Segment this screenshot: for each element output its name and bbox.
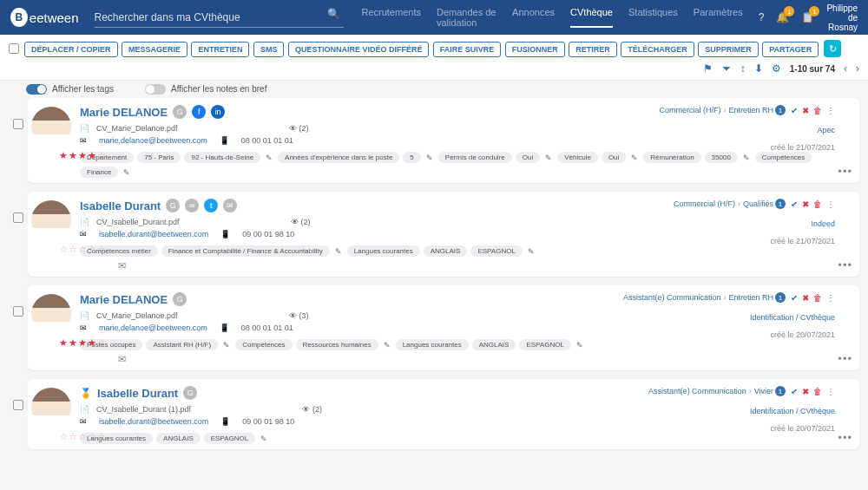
rating-stars[interactable]: ★★★★☆ <box>59 337 107 349</box>
edit-tags-icon[interactable]: ✎ <box>543 154 554 162</box>
row-checkbox[interactable] <box>13 400 23 410</box>
edit-tags-icon[interactable]: ✎ <box>741 154 752 162</box>
social-li-icon[interactable]: in <box>211 105 225 119</box>
envelope-icon[interactable]: ✉ <box>118 354 851 365</box>
source[interactable]: Apec <box>659 126 835 134</box>
social-g-icon[interactable]: G <box>173 105 187 119</box>
toggle-notes[interactable] <box>145 84 166 95</box>
nav-statistiques[interactable]: Statistiques <box>628 7 678 28</box>
action-sms[interactable]: SMS <box>253 42 285 57</box>
pipeline-link[interactable]: Commercial (H/F) <box>659 106 720 114</box>
delete-icon[interactable]: 🗑 <box>813 387 822 396</box>
social-g-icon[interactable]: G <box>183 386 197 400</box>
bookmark-icon[interactable]: ⚑ <box>703 62 713 75</box>
nav-recrutements[interactable]: Recrutements <box>361 7 420 28</box>
toggle-tags[interactable] <box>26 84 47 95</box>
card-menu[interactable]: ••• <box>838 352 852 365</box>
row-checkbox[interactable] <box>13 306 23 317</box>
download-icon[interactable]: ⬇ <box>754 62 763 75</box>
candidate-name[interactable]: Isabelle Durant <box>97 387 178 400</box>
edit-tags-icon[interactable]: ✎ <box>259 434 269 443</box>
reject-icon[interactable]: ✖ <box>802 106 809 115</box>
action-partager[interactable]: PARTAGER <box>762 42 819 57</box>
more-icon[interactable]: ⋮ <box>826 387 835 396</box>
pipeline-link[interactable]: Assistant(e) Communication <box>648 387 746 395</box>
source[interactable]: Identification / CVthèque <box>623 313 835 322</box>
nav-cvthèque[interactable]: CVthèque <box>570 7 613 28</box>
help-icon[interactable]: ? <box>759 11 765 23</box>
action-d-placer-copier[interactable]: DÉPLACER / COPIER <box>24 42 118 57</box>
cv-filename[interactable]: CV_Isabelle_Durant.pdf <box>96 218 180 226</box>
approve-icon[interactable]: ✔ <box>791 199 798 209</box>
row-checkbox[interactable] <box>13 119 23 129</box>
social-g2-icon[interactable]: ∞ <box>185 199 199 212</box>
select-all-checkbox[interactable] <box>9 43 19 54</box>
action-t-l-charger[interactable]: TÉLÉCHARGER <box>621 42 694 57</box>
candidate-name[interactable]: Marie DELANOE <box>80 293 168 306</box>
action-fusionner[interactable]: FUSIONNER <box>505 42 565 57</box>
task-icon[interactable]: 📋1 <box>801 11 814 23</box>
source[interactable]: Indeed <box>674 219 835 228</box>
action-entretien[interactable]: ENTRETIEN <box>191 42 249 57</box>
sort-icon[interactable]: ↕ <box>740 62 746 75</box>
candidate-name[interactable]: Marie DELANOE <box>80 106 168 119</box>
edit-tags-icon[interactable]: ✎ <box>424 154 435 162</box>
bell-icon[interactable]: 🔔1 <box>776 11 789 23</box>
card-menu[interactable]: ••• <box>838 431 852 444</box>
card-menu[interactable]: ••• <box>838 165 852 178</box>
email[interactable]: marie.delanoe@beetween.com <box>99 136 207 145</box>
row-checkbox[interactable] <box>13 212 23 223</box>
social-g-icon[interactable]: G <box>166 199 180 212</box>
social-fb-icon[interactable]: f <box>192 105 206 119</box>
next-page[interactable]: › <box>856 62 859 75</box>
more-icon[interactable]: ⋮ <box>826 293 835 303</box>
more-icon[interactable]: ⋮ <box>826 106 835 115</box>
delete-icon[interactable]: 🗑 <box>813 106 822 115</box>
stage-link[interactable]: Vivier <box>754 387 773 395</box>
more-icon[interactable]: ⋮ <box>826 199 835 209</box>
email[interactable]: isabelle.durant@beetween.com <box>99 230 208 238</box>
pipeline-link[interactable]: Commercial (H/F) <box>674 199 735 208</box>
email[interactable]: marie.delanoe@beetween.com <box>99 323 207 332</box>
approve-icon[interactable]: ✔ <box>791 106 798 115</box>
social-g3-icon[interactable]: ✉ <box>223 199 237 212</box>
envelope-icon[interactable]: ✉ <box>118 260 851 271</box>
reject-icon[interactable]: ✖ <box>802 199 809 209</box>
edit-tags-icon[interactable]: ✎ <box>629 154 640 162</box>
reject-icon[interactable]: ✖ <box>802 293 809 303</box>
gear-icon[interactable]: ⚙ <box>772 62 781 75</box>
edit-tags-icon[interactable]: ✎ <box>382 341 392 350</box>
social-g-icon[interactable]: G <box>173 292 187 306</box>
cv-filename[interactable]: CV_Marie_Delanoe.pdf <box>96 311 178 320</box>
cv-filename[interactable]: CV_Isabelle_Durant (1).pdf <box>96 405 191 414</box>
delete-icon[interactable]: 🗑 <box>813 293 822 303</box>
edit-tags-icon[interactable]: ✎ <box>526 247 536 256</box>
action-faire-suivre[interactable]: FAIRE SUIVRE <box>433 42 502 57</box>
rating-stars[interactable]: ☆☆☆☆☆ <box>59 431 107 442</box>
nav-demandes de validation[interactable]: Demandes de validation <box>437 7 496 28</box>
action-retirer[interactable]: RETIRER <box>569 42 617 57</box>
edit-tags-icon[interactable]: ✎ <box>333 247 344 256</box>
search-icon[interactable]: 🔍 <box>327 8 340 20</box>
nav-paramètres[interactable]: Paramètres <box>694 7 743 28</box>
stage-link[interactable]: Entretien RH <box>728 293 773 302</box>
current-user[interactable]: Philippe de Rosnay <box>826 3 858 32</box>
stage-link[interactable]: Qualifiés <box>743 199 773 208</box>
approve-icon[interactable]: ✔ <box>791 387 798 396</box>
delete-icon[interactable]: 🗑 <box>813 199 822 209</box>
prev-page[interactable]: ‹ <box>844 62 847 75</box>
candidate-name[interactable]: Isabelle Durant <box>80 199 161 212</box>
card-menu[interactable]: ••• <box>838 258 852 271</box>
reject-icon[interactable]: ✖ <box>802 387 809 396</box>
action-messagerie[interactable]: MESSAGERIE <box>122 42 187 57</box>
action-supprimer[interactable]: SUPPRIMER <box>698 42 759 57</box>
source[interactable]: Identification / CVthèque <box>648 407 835 415</box>
edit-tags-icon[interactable]: ✎ <box>221 341 232 350</box>
edit-tags-icon[interactable]: ✎ <box>575 341 585 350</box>
social-tw-icon[interactable]: t <box>204 199 218 212</box>
pipeline-link[interactable]: Assistant(e) Communication <box>623 293 721 302</box>
rating-stars[interactable]: ★★★★☆ <box>59 150 107 161</box>
search-input[interactable] <box>95 8 345 28</box>
email[interactable]: isabelle.durant@beetween.com <box>99 417 208 426</box>
action-questionnaire-vid-o-diff-r-[interactable]: QUESTIONNAIRE VIDÉO DIFFÉRÉ <box>288 42 430 57</box>
